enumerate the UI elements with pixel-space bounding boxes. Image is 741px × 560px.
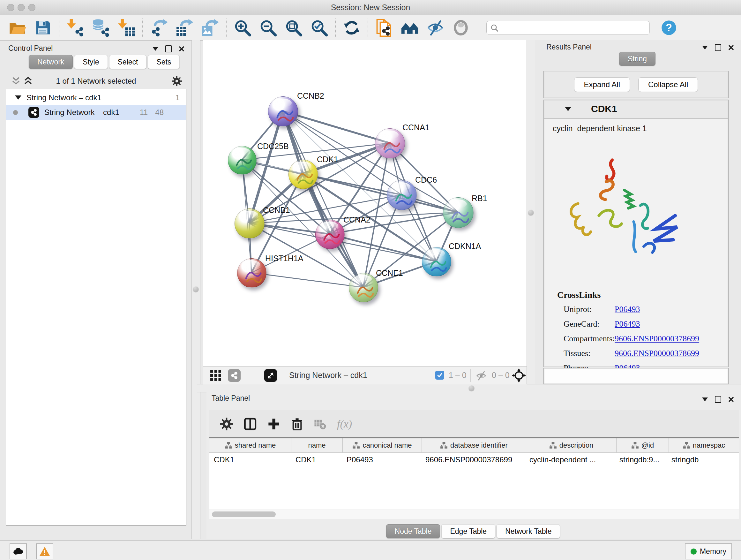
grid-view-button[interactable] xyxy=(210,370,221,382)
network-node-CCNA2[interactable] xyxy=(315,220,345,249)
bottom-splitter[interactable] xyxy=(197,384,741,392)
save-session-button[interactable] xyxy=(32,17,54,38)
tab-edge-table[interactable]: Edge Table xyxy=(441,524,495,538)
export-image-button[interactable] xyxy=(199,17,221,38)
zoom-in-button[interactable] xyxy=(232,17,253,38)
import-table-button[interactable] xyxy=(116,17,137,38)
warnings-button[interactable] xyxy=(36,543,53,559)
export-network-button[interactable] xyxy=(148,17,170,38)
collection-expand-icon[interactable] xyxy=(15,96,21,100)
collapse-all-button[interactable]: Collapse All xyxy=(638,77,698,92)
import-network-database-button[interactable] xyxy=(90,17,112,38)
column-header-database-identifier[interactable]: database identifier xyxy=(422,438,526,452)
network-node-RB1[interactable] xyxy=(443,197,474,228)
close-panel-icon[interactable] xyxy=(728,45,734,51)
column-header-label: name xyxy=(308,441,326,449)
float-panel-icon[interactable] xyxy=(165,45,172,52)
zoom-fit-button[interactable] xyxy=(283,17,305,38)
column-header-name[interactable]: name xyxy=(291,438,343,452)
network-node-CCNB1[interactable] xyxy=(234,208,265,239)
tab-string[interactable]: String xyxy=(619,52,656,66)
network-edge[interactable] xyxy=(252,273,363,287)
show-columns-button[interactable] xyxy=(244,418,257,430)
scrollbar-thumb[interactable] xyxy=(212,511,276,517)
close-panel-icon[interactable] xyxy=(179,46,185,52)
apply-layout-button[interactable] xyxy=(341,17,362,38)
memory-button[interactable]: Memory xyxy=(685,543,732,559)
panel-menu-icon[interactable] xyxy=(152,47,158,51)
control-panel: Control Panel NetworkStyleSelectSets 1 o… xyxy=(3,42,189,530)
create-column-button[interactable] xyxy=(267,418,280,430)
open-session-button[interactable] xyxy=(6,17,28,38)
crosslink-link[interactable]: P06493 xyxy=(615,319,640,329)
import-network-file-button[interactable] xyxy=(64,17,86,38)
network-node-CDKN1A[interactable] xyxy=(422,247,451,276)
table-horizontal-scrollbar[interactable] xyxy=(209,509,739,519)
export-table-button[interactable] xyxy=(174,17,195,38)
node-label-CCNE1: CCNE1 xyxy=(376,268,403,278)
zoom-out-button[interactable] xyxy=(257,17,279,38)
column-header-namespac[interactable]: namespac xyxy=(669,438,739,452)
string-document-button[interactable] xyxy=(374,17,395,38)
search-input[interactable] xyxy=(486,21,650,35)
delete-column-button[interactable] xyxy=(291,418,303,430)
selected-checkbox[interactable] xyxy=(435,371,444,380)
column-header-canonical-name[interactable]: canonical name xyxy=(343,438,422,452)
hidden-eye-icon xyxy=(475,370,488,381)
tab-select[interactable]: Select xyxy=(109,55,147,69)
network-node-CDC6[interactable] xyxy=(387,180,417,210)
column-attribute-icon xyxy=(352,442,360,449)
left-splitter[interactable] xyxy=(192,40,200,539)
float-panel-icon[interactable] xyxy=(715,396,721,403)
crosslink-link[interactable]: 9606.ENSP00000378699 xyxy=(615,349,699,358)
hide-selected-button[interactable] xyxy=(424,17,446,38)
network-node-CDC25B[interactable] xyxy=(228,146,257,175)
network-node-CCNB2[interactable] xyxy=(268,97,298,126)
result-entry-header[interactable]: CDK1 xyxy=(544,100,728,119)
network-node-HIST1H1A[interactable] xyxy=(237,258,266,288)
gear-icon[interactable] xyxy=(172,76,182,86)
clear-table-button[interactable] xyxy=(314,418,326,430)
tab-network-table[interactable]: Network Table xyxy=(496,524,560,538)
right-splitter[interactable] xyxy=(527,40,536,384)
network-view-share-button[interactable] xyxy=(228,369,241,382)
table-options-button[interactable] xyxy=(220,418,233,430)
node-structure-thumbnail xyxy=(448,205,472,229)
crosslink-link[interactable]: P06493 xyxy=(615,305,640,314)
expand-all-button[interactable]: Expand All xyxy=(574,77,630,92)
network-canvas[interactable]: CCNB2CCNA1CDC25BCDK1CDC6RB1CCNB1CCNA2CDK… xyxy=(203,40,527,366)
table-cell: stringdb xyxy=(667,453,737,467)
tab-style[interactable]: Style xyxy=(74,55,108,69)
crosslink-link[interactable]: 9606.ENSP00000378699 xyxy=(615,334,699,344)
column-header-shared-name[interactable]: shared name xyxy=(209,438,291,452)
network-node-CCNE1[interactable] xyxy=(349,273,378,302)
entry-collapse-icon[interactable] xyxy=(565,107,571,111)
export-network-icon xyxy=(149,18,169,37)
tab-network[interactable]: Network xyxy=(29,55,73,69)
column-header-description[interactable]: description xyxy=(526,438,616,452)
network-node-count: 11 xyxy=(134,108,148,117)
birdseye-button[interactable] xyxy=(512,368,526,384)
home-button[interactable] xyxy=(399,17,421,38)
function-builder-button[interactable]: f(x) xyxy=(337,418,352,430)
tab-sets[interactable]: Sets xyxy=(148,55,180,69)
show-all-button[interactable] xyxy=(450,17,472,38)
float-panel-icon[interactable] xyxy=(715,44,721,51)
network-collection-row[interactable]: String Network – cdk1 1 xyxy=(6,90,186,105)
crosslink-row: Tissues:9606.ENSP00000378699 xyxy=(563,349,717,361)
network-node-CDK1[interactable] xyxy=(288,160,318,189)
tab-node-table[interactable]: Node Table xyxy=(386,524,441,538)
close-panel-icon[interactable] xyxy=(728,396,734,402)
detach-view-button[interactable] xyxy=(264,369,277,382)
zoom-fit-icon xyxy=(284,18,303,37)
node-label-HIST1H1A: HIST1H1A xyxy=(265,254,303,263)
cloud-status-button[interactable] xyxy=(10,543,27,559)
zoom-selected-button[interactable] xyxy=(308,17,330,38)
panel-menu-icon[interactable] xyxy=(702,397,708,401)
table-row[interactable]: CDK1CDK1P064939606.ENSP00000378699cyclin… xyxy=(209,453,739,467)
column-header-@id[interactable]: @id xyxy=(616,438,669,452)
network-node-CCNA1[interactable] xyxy=(375,128,405,159)
help-button[interactable]: ? xyxy=(658,17,680,38)
panel-menu-icon[interactable] xyxy=(702,46,708,50)
network-row[interactable]: String Network – cdk1 11 48 xyxy=(6,105,186,120)
